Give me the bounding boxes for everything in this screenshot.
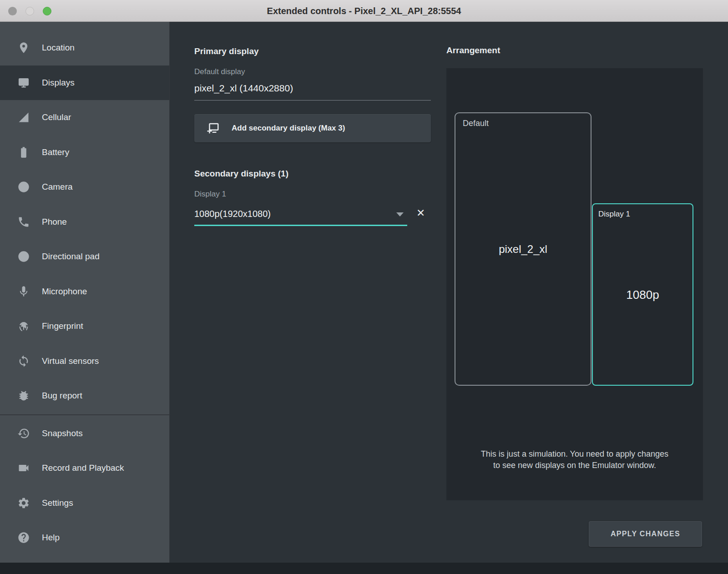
default-display-value: pixel_2_xl (1440x2880)	[194, 83, 446, 94]
sidebar-item-battery[interactable]: Battery	[0, 135, 169, 170]
zoom-window-button[interactable]	[43, 7, 51, 15]
traffic-lights	[8, 0, 51, 22]
help-icon	[17, 531, 30, 544]
display1-box-label: Display 1	[593, 204, 693, 219]
gear-icon	[17, 497, 30, 509]
default-box-name: pixel_2_xl	[499, 243, 547, 256]
arrangement-default-display-box[interactable]: Default pixel_2_xl	[455, 112, 592, 386]
sidebar-item-label: Battery	[42, 147, 69, 157]
titlebar: Extended controls - Pixel_2_XL_API_28:55…	[0, 0, 728, 22]
sidebar-item-label: Location	[42, 43, 75, 53]
videocam-icon	[17, 462, 30, 474]
sidebar-item-label: Camera	[42, 182, 73, 192]
sidebar-item-label: Help	[42, 533, 60, 543]
display1-box-name: 1080p	[626, 287, 659, 302]
sidebar-item-label: Settings	[42, 498, 73, 508]
sidebar-item-label: Displays	[42, 78, 75, 88]
microphone-icon	[17, 285, 30, 298]
default-box-label: Default	[455, 113, 591, 128]
sidebar-item-virtual-sensors[interactable]: Virtual sensors	[0, 344, 169, 379]
sidebar-item-cellular[interactable]: Cellular	[0, 100, 169, 135]
display1-resolution-row: 1080p(1920x1080) ✕	[194, 206, 431, 227]
sidebar-item-fingerprint[interactable]: Fingerprint	[0, 309, 169, 344]
apply-changes-button[interactable]: APPLY CHANGES	[589, 521, 702, 547]
rotation-icon	[17, 355, 30, 368]
display1-label: Display 1	[194, 190, 446, 199]
sidebar-item-label: Bug report	[42, 391, 82, 401]
sidebar-divider	[0, 414, 169, 415]
phone-icon	[17, 216, 30, 228]
display1-resolution-select[interactable]: 1080p(1920x1080)	[194, 206, 407, 226]
remove-display1-button[interactable]: ✕	[416, 208, 425, 218]
sidebar-item-label: Directional pad	[42, 252, 100, 262]
sidebar-item-phone[interactable]: Phone	[0, 205, 169, 240]
minimize-window-button[interactable]	[25, 7, 34, 15]
displays-settings-panel: Primary display Default display pixel_2_…	[170, 22, 446, 563]
sidebar-item-label: Record and Playback	[42, 463, 124, 473]
sidebar-item-displays[interactable]: Displays	[0, 65, 169, 101]
location-pin-icon	[17, 41, 30, 54]
sidebar-item-label: Cellular	[42, 112, 71, 122]
history-icon	[17, 427, 30, 440]
arrangement-heading: Arrangement	[446, 45, 500, 55]
sidebar-item-record-playback[interactable]: Record and Playback	[0, 451, 169, 486]
display1-resolution-value: 1080p(1920x1080)	[194, 209, 271, 219]
battery-icon	[17, 146, 30, 159]
close-window-button[interactable]	[8, 7, 17, 15]
sidebar-item-help[interactable]: Help	[0, 520, 169, 555]
dpad-icon	[17, 250, 30, 263]
chevron-down-icon	[396, 212, 404, 217]
sidebar-item-settings[interactable]: Settings	[0, 486, 169, 521]
cellular-signal-icon	[17, 111, 30, 124]
sidebar-item-camera[interactable]: Camera	[0, 170, 169, 205]
primary-display-heading: Primary display	[194, 46, 446, 56]
arrangement-panel-container: Arrangement Default pixel_2_xl Display 1…	[446, 22, 728, 563]
default-display-label: Default display	[194, 67, 446, 76]
arrangement-display1-box[interactable]: Display 1 1080p	[592, 203, 693, 386]
window-title: Extended controls - Pixel_2_XL_API_28:55…	[0, 0, 728, 22]
add-secondary-display-label: Add secondary display (Max 3)	[232, 124, 345, 133]
camera-shutter-icon	[17, 181, 30, 193]
sidebar-item-location[interactable]: Location	[0, 30, 169, 65]
sidebar-item-directional-pad[interactable]: Directional pad	[0, 239, 169, 274]
sidebar-item-label: Microphone	[42, 287, 87, 297]
sidebar-item-label: Phone	[42, 217, 67, 227]
fingerprint-icon	[17, 320, 30, 332]
sidebar-item-microphone[interactable]: Microphone	[0, 274, 169, 309]
bug-icon	[17, 389, 30, 402]
sidebar: Location Displays Cellular Battery Camer	[0, 22, 170, 563]
default-display-underline	[194, 100, 431, 101]
sidebar-item-snapshots[interactable]: Snapshots	[0, 416, 169, 451]
display-icon	[17, 76, 30, 89]
secondary-displays-heading: Secondary displays (1)	[194, 169, 446, 179]
sidebar-item-label: Fingerprint	[42, 321, 83, 331]
add-display-icon	[206, 121, 220, 135]
sidebar-item-label: Snapshots	[42, 428, 83, 438]
sidebar-item-bug-report[interactable]: Bug report	[0, 378, 169, 413]
simulation-note: This is just a simulation. You need to a…	[477, 448, 672, 471]
window-bottom-edge	[0, 563, 728, 574]
arrangement-preview-panel: Default pixel_2_xl Display 1 1080p This …	[446, 68, 703, 500]
sidebar-item-label: Virtual sensors	[42, 356, 99, 366]
add-secondary-display-button[interactable]: Add secondary display (Max 3)	[194, 114, 431, 142]
